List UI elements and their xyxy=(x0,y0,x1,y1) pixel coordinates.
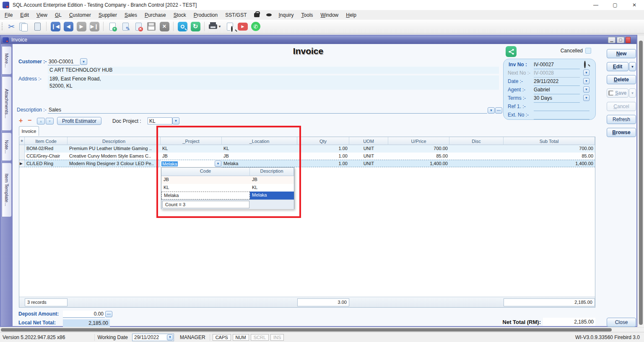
profit-estimator-button[interactable]: Profit Estimator xyxy=(57,117,101,125)
minimize-button[interactable]: — xyxy=(586,0,605,10)
menu-customer[interactable]: Customer xyxy=(65,11,95,19)
menu-purchase[interactable]: Purchase xyxy=(141,11,170,19)
save-record-icon[interactable] xyxy=(146,21,156,31)
grid-header-item-code[interactable]: Item Code xyxy=(25,137,68,145)
deposit-ellipsis-button[interactable]: ⋯ xyxy=(105,311,112,317)
side-tab-note[interactable]: Note... xyxy=(2,132,12,161)
browse-button[interactable]: Browse xyxy=(607,128,636,137)
move-row-up-button[interactable]: ▲ xyxy=(37,118,45,124)
popup-row-kl-desc[interactable]: KL xyxy=(250,184,294,192)
menu-supplier[interactable]: Supplier xyxy=(95,11,121,19)
cancel-button[interactable]: Cancel xyxy=(607,102,636,111)
side-tab-item-template[interactable]: Item Template... xyxy=(2,163,12,217)
terms-dropdown-button[interactable]: ▼ xyxy=(583,95,589,101)
new-button[interactable]: New xyxy=(607,49,636,58)
menu-gl[interactable]: GL xyxy=(51,11,65,19)
menu-edit[interactable]: Edit xyxy=(16,11,33,19)
popup-row-kl-code[interactable]: KL xyxy=(161,184,250,192)
side-tab-attachments[interactable]: Attachments... xyxy=(2,76,12,131)
vertical-scrollbar-thumb[interactable] xyxy=(639,41,643,325)
whatsapp-icon[interactable]: ✆ xyxy=(251,21,261,31)
mdi-minimize-button[interactable]: ▁ xyxy=(608,37,615,43)
working-date-field[interactable]: 29/11/2022 ▼ xyxy=(132,334,174,341)
popup-row-jb-code[interactable]: JB xyxy=(161,176,250,184)
menu-sst-gst[interactable]: SST/GST xyxy=(221,11,250,19)
cut-icon[interactable]: ✂ xyxy=(6,21,16,31)
pen-icon[interactable] xyxy=(266,13,272,16)
grid-header-description[interactable]: Description xyxy=(68,137,161,145)
refresh-button[interactable]: Refresh xyxy=(607,115,636,124)
menu-help[interactable]: Help xyxy=(342,11,360,19)
menu-tools[interactable]: Tools xyxy=(298,11,317,19)
menu-inquiry[interactable]: Inquiry xyxy=(275,11,298,19)
mdi-maximize-button[interactable]: ▢ xyxy=(617,37,624,43)
print-icon[interactable]: ▼ xyxy=(208,21,222,31)
grid-row-3-selected[interactable]: ▶ CL/LED Ring Modern Ring Designer 3 Col… xyxy=(19,160,595,167)
shopping-bag-icon[interactable] xyxy=(254,13,260,17)
popup-header-code[interactable]: Code xyxy=(161,168,250,176)
cancel-record-icon[interactable]: ✕ xyxy=(159,21,169,31)
new-record-icon[interactable]: + xyxy=(107,21,117,31)
youtube-icon[interactable]: ▶ xyxy=(238,21,248,31)
menu-window[interactable]: Window xyxy=(317,11,343,19)
menu-view[interactable]: View xyxy=(33,11,51,19)
delete-record-icon[interactable]: ✕ xyxy=(133,21,143,31)
description-field[interactable]: Sales xyxy=(48,106,487,114)
grid-header-uom[interactable]: UOM xyxy=(349,137,388,145)
close-button[interactable]: ✕ xyxy=(625,0,644,10)
tab-invoice[interactable]: Invoice xyxy=(19,126,39,136)
save-dropdown-button[interactable]: ▼ xyxy=(629,88,636,98)
grid-header-qty[interactable]: Qty xyxy=(297,137,349,145)
grid-header-uprice[interactable]: U/Price xyxy=(388,137,449,145)
edit-dropdown-button[interactable]: ▼ xyxy=(629,62,636,71)
delete-button[interactable]: Delete xyxy=(607,75,636,84)
popup-row-jb-desc[interactable]: JB xyxy=(250,176,294,184)
add-row-button[interactable]: + xyxy=(19,118,26,124)
doc-project-field[interactable]: KL xyxy=(148,117,172,124)
project-cell-editor[interactable]: Melaka ▼ xyxy=(161,160,221,167)
next-no-dropdown-button[interactable]: ▼ xyxy=(583,70,589,76)
popup-row-melaka-desc-selected[interactable]: Melaka xyxy=(250,192,294,200)
remove-row-button[interactable]: − xyxy=(28,118,34,124)
agent-dropdown-button[interactable]: ▼ xyxy=(583,86,589,93)
popup-header-description[interactable]: Description xyxy=(250,168,294,176)
working-date-dropdown-button[interactable]: ▼ xyxy=(167,334,173,340)
first-record-icon[interactable]: ❙◀ xyxy=(50,21,60,31)
description-dropdown-button[interactable]: ▼ xyxy=(488,107,495,114)
grid-header-disc[interactable]: Disc xyxy=(449,137,504,145)
cancelled-checkbox[interactable] xyxy=(585,48,591,54)
menu-stock[interactable]: Stock xyxy=(170,11,190,19)
side-tab-more[interactable]: More... xyxy=(2,46,12,75)
paste-icon[interactable] xyxy=(32,21,42,31)
inv-no-search-icon[interactable] xyxy=(584,62,586,67)
close-invoice-button[interactable]: Close xyxy=(607,318,636,327)
toolbar-grip[interactable] xyxy=(2,23,3,30)
share-button[interactable] xyxy=(506,46,517,57)
search-icon[interactable] xyxy=(177,21,187,31)
refresh-icon[interactable]: ↻ xyxy=(190,21,200,31)
doc-project-dropdown-button[interactable]: ▼ xyxy=(172,117,179,124)
project-editor-dropdown-button[interactable]: ▼ xyxy=(215,161,221,167)
horizontal-scrollbar-thumb[interactable] xyxy=(1,328,612,332)
edit-record-icon[interactable]: ✎ xyxy=(120,21,130,31)
customer-code-field[interactable]: 300-C0001 xyxy=(48,58,80,65)
terms-value[interactable]: 30 Days xyxy=(534,95,580,103)
next-record-icon[interactable]: ▶ xyxy=(76,21,86,31)
save-button[interactable]: Save xyxy=(607,88,628,98)
copy-icon[interactable] xyxy=(19,21,29,31)
popup-row-melaka-code[interactable]: Melaka xyxy=(161,192,250,200)
grid-row-1[interactable]: BOM-02/Red Premium PU Leather Ultimate G… xyxy=(19,145,595,153)
edit-button[interactable]: Edit xyxy=(607,62,628,71)
ext-no-value[interactable] xyxy=(534,112,589,119)
restore-button[interactable]: ▢ xyxy=(605,0,625,10)
description-ellipsis-button[interactable]: ⋯ xyxy=(495,107,502,114)
grid-header-project[interactable]: _Project xyxy=(161,137,222,145)
date-value[interactable]: 29/11/2022 xyxy=(534,78,580,86)
menu-production[interactable]: Production xyxy=(190,11,221,19)
inv-no-value[interactable]: IV-00027 xyxy=(534,62,580,69)
grid-row-2[interactable]: CCE/Grey-Chair Creative Curvy Modern Sty… xyxy=(19,153,595,160)
last-record-icon[interactable]: ▶❙ xyxy=(89,21,99,31)
move-row-down-button[interactable]: ▼ xyxy=(46,118,54,124)
customer-dropdown-button[interactable]: ▼ xyxy=(80,58,87,65)
menu-sales[interactable]: Sales xyxy=(121,11,141,19)
